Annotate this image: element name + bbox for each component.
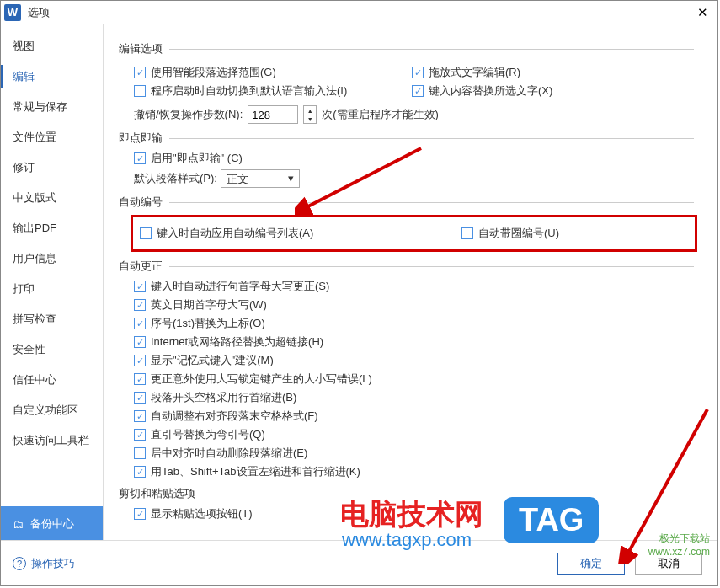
nav-edit[interactable]: 编辑 xyxy=(1,61,103,92)
cancel-button[interactable]: 取消 xyxy=(635,553,702,575)
lbl-undo-suffix: 次(需重启程序才能生效) xyxy=(322,107,439,122)
lbl-drag-text: 拖放式文字编辑(R) xyxy=(429,65,520,80)
lbl-ime-switch: 程序启动时自动切换到默认语言输入法(I) xyxy=(151,83,347,99)
spin-up-icon[interactable]: ▲ xyxy=(304,106,316,115)
lbl-del-indent: 居中对齐时自动删除段落缩进(E) xyxy=(151,446,307,461)
lbl-enable-click-type: 启用"即点即输" (C) xyxy=(151,151,243,166)
highlight-box: 键入时自动应用自动编号列表(A) 自动带圈编号(U) xyxy=(131,215,697,252)
sidebar: 视图 编辑 常规与保存 文件位置 修订 中文版式 输出PDF 用户信息 打印 拼… xyxy=(1,24,104,542)
nav-file-location[interactable]: 文件位置 xyxy=(1,122,103,152)
help-link[interactable]: ? 操作技巧 xyxy=(13,556,75,571)
nav-revision[interactable]: 修订 xyxy=(1,152,103,183)
chk-show-paste[interactable] xyxy=(134,508,146,520)
lbl-para-style: 默认段落样式(P): xyxy=(134,171,217,186)
chk-smart-selection[interactable] xyxy=(134,67,146,78)
lbl-undo-steps: 撤销/恢复操作步数(N): xyxy=(134,107,243,122)
lbl-indent-space: 段落开头空格采用行首缩进(B) xyxy=(151,390,296,405)
lbl-auto-circle-number: 自动带圈编号(U) xyxy=(478,226,559,241)
nav-trust-center[interactable]: 信任中心 xyxy=(1,365,103,395)
chk-drag-text[interactable] xyxy=(412,67,424,78)
lbl-replace-selection: 键入内容替换所选文字(X) xyxy=(429,83,552,99)
backup-center-button[interactable]: 🗂 备份中心 xyxy=(1,506,103,542)
backup-label: 备份中心 xyxy=(30,516,74,532)
chk-enable-click-type[interactable] xyxy=(134,152,146,164)
help-icon: ? xyxy=(13,557,26,570)
lbl-smart-selection: 使用智能段落选择范围(G) xyxy=(151,65,276,80)
group-click-title: 即点即输 xyxy=(119,131,163,146)
spin-down-icon[interactable]: ▼ xyxy=(304,115,316,123)
chk-url-link[interactable] xyxy=(134,336,146,348)
chk-caps-error[interactable] xyxy=(134,373,146,385)
lbl-caps-error: 更正意外使用大写锁定键产生的大小写错误(L) xyxy=(151,372,372,387)
chk-mem-type[interactable] xyxy=(134,355,146,366)
window-title: 选项 xyxy=(28,5,691,20)
group-autonum-title: 自动编号 xyxy=(119,195,163,210)
footer: ? 操作技巧 确定 取消 xyxy=(1,540,717,585)
input-undo-steps[interactable] xyxy=(248,105,298,124)
chk-right-align[interactable] xyxy=(134,410,146,422)
undo-spinner[interactable]: ▲▼ xyxy=(303,105,317,124)
group-edit-title: 编辑选项 xyxy=(119,41,163,56)
titlebar: W 选项 ✕ xyxy=(1,1,717,24)
chk-auto-number-list[interactable] xyxy=(140,227,152,239)
close-icon[interactable]: ✕ xyxy=(691,4,714,21)
lbl-url-link: Internet或网络路径替换为超链接(H) xyxy=(151,334,323,350)
nav-general-save[interactable]: 常规与保存 xyxy=(1,92,103,122)
chk-cap-day[interactable] xyxy=(134,299,146,311)
lbl-ord-sup: 序号(1st)替换为上标(O) xyxy=(151,316,265,331)
chk-ime-switch[interactable] xyxy=(134,85,146,97)
backup-icon: 🗂 xyxy=(13,518,24,531)
nav-spellcheck[interactable]: 拼写检查 xyxy=(1,304,103,334)
nav-security[interactable]: 安全性 xyxy=(1,334,103,365)
chk-tab-indent[interactable] xyxy=(134,466,146,478)
group-paste-title: 剪切和粘贴选项 xyxy=(119,486,195,501)
lbl-right-align: 自动调整右对齐段落末空格格式(F) xyxy=(151,409,318,424)
chk-indent-space[interactable] xyxy=(134,392,146,404)
nav-view[interactable]: 视图 xyxy=(1,31,103,61)
nav-user-info[interactable]: 用户信息 xyxy=(1,243,103,274)
chk-auto-circle-number[interactable] xyxy=(461,227,473,239)
nav-print[interactable]: 打印 xyxy=(1,274,103,304)
nav-cjk-layout[interactable]: 中文版式 xyxy=(1,183,103,213)
chk-cap-first[interactable] xyxy=(134,281,146,292)
lbl-quotes: 直引号替换为弯引号(Q) xyxy=(151,427,265,442)
lbl-tab-indent: 用Tab、Shift+Tab设置左缩进和首行缩进(K) xyxy=(151,464,360,479)
lbl-cap-day: 英文日期首字母大写(W) xyxy=(151,297,267,313)
nav-output-pdf[interactable]: 输出PDF xyxy=(1,213,103,243)
chk-ord-sup[interactable] xyxy=(134,318,146,329)
ok-button[interactable]: 确定 xyxy=(557,553,625,575)
lbl-auto-number-list: 键入时自动应用自动编号列表(A) xyxy=(157,226,313,241)
app-icon: W xyxy=(4,4,21,21)
nav-quick-access[interactable]: 快速访问工具栏 xyxy=(1,425,103,456)
help-label: 操作技巧 xyxy=(31,556,75,571)
lbl-cap-first: 键入时自动进行句首字母大写更正(S) xyxy=(151,279,329,294)
lbl-show-paste: 显示粘贴选项按钮(T) xyxy=(151,506,253,521)
lbl-mem-type: 显示"记忆式键入"建议(M) xyxy=(151,353,274,368)
content-panel: 编辑选项 使用智能段落选择范围(G) 程序启动时自动切换到默认语言输入法(I) … xyxy=(104,24,717,542)
chk-quotes[interactable] xyxy=(134,429,146,441)
chk-replace-selection[interactable] xyxy=(412,85,424,97)
select-para-style[interactable]: 正文 xyxy=(221,169,300,188)
chk-del-indent[interactable] xyxy=(134,447,146,459)
group-autofix-title: 自动更正 xyxy=(119,259,163,274)
nav-custom-ribbon[interactable]: 自定义功能区 xyxy=(1,395,103,425)
